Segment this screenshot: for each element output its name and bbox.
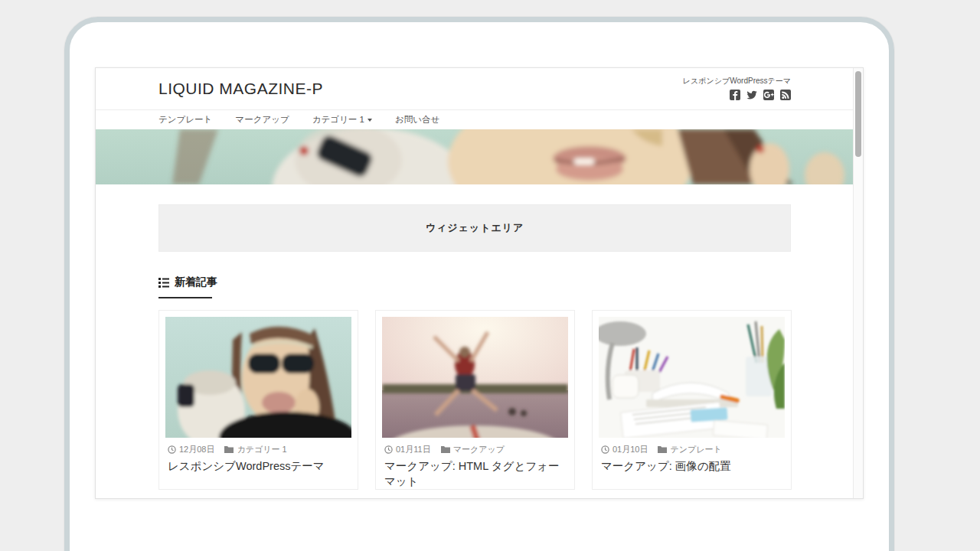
chevron-down-icon xyxy=(368,119,372,122)
nav-label: テンプレート xyxy=(158,114,212,126)
google-plus-icon[interactable] xyxy=(763,90,774,100)
nav-item-contact[interactable]: お問い合せ xyxy=(395,114,439,126)
folder-icon xyxy=(658,445,667,453)
twitter-icon[interactable] xyxy=(746,90,757,100)
clock-icon xyxy=(384,445,393,454)
post-card[interactable]: 01月10日 テンプレート マークアップ: 画像の配置 xyxy=(592,310,792,490)
main-nav: テンプレート マークアップ カテゴリー 1 お問い合せ xyxy=(96,109,853,129)
post-date: 01月10日 xyxy=(601,444,648,455)
post-card-body: 12月08日 カテゴリー 1 レスポンシブWordPressテーマ xyxy=(159,438,358,474)
post-date: 01月11日 xyxy=(384,444,431,455)
nav-label: カテゴリー 1 xyxy=(312,114,364,126)
post-title[interactable]: レスポンシブWordPressテーマ xyxy=(168,458,349,474)
facebook-icon[interactable] xyxy=(730,90,740,100)
post-date-text: 12月08日 xyxy=(179,444,214,455)
post-meta: 12月08日 カテゴリー 1 xyxy=(168,444,349,455)
list-icon xyxy=(158,278,169,288)
post-category[interactable]: テンプレート xyxy=(658,444,721,455)
webpage: LIQUID MAGAZINE-P レスポンシブWordPressテーマ xyxy=(96,68,853,498)
site-header: LIQUID MAGAZINE-P レスポンシブWordPressテーマ xyxy=(96,68,853,109)
widget-area: ウィジェットエリア xyxy=(158,204,791,252)
post-title[interactable]: マークアップ: 画像の配置 xyxy=(601,458,782,474)
header-right: レスポンシブWordPressテーマ xyxy=(683,76,791,100)
nav-item-template[interactable]: テンプレート xyxy=(158,114,212,126)
post-grid: 12月08日 カテゴリー 1 レスポンシブWordPressテーマ xyxy=(158,310,791,490)
section-title: 新着記事 xyxy=(158,276,217,289)
post-date: 12月08日 xyxy=(168,444,214,455)
post-meta: 01月10日 テンプレート xyxy=(601,444,782,455)
post-card[interactable]: 12月08日 カテゴリー 1 レスポンシブWordPressテーマ xyxy=(158,310,358,490)
section-head: 新着記事 xyxy=(158,276,791,298)
widget-area-label: ウィジェットエリア xyxy=(426,221,524,235)
site-tagline: レスポンシブWordPressテーマ xyxy=(683,76,791,86)
post-category-text: テンプレート xyxy=(670,444,721,455)
clock-icon xyxy=(168,445,176,454)
social-icons xyxy=(683,90,791,100)
nav-label: マークアップ xyxy=(235,114,289,126)
post-category[interactable]: カテゴリー 1 xyxy=(224,444,286,455)
section-underline xyxy=(158,297,212,298)
post-category-text: マークアップ xyxy=(453,444,505,455)
website-screenshot: LIQUID MAGAZINE-P レスポンシブWordPressテーマ xyxy=(95,67,864,499)
post-category-text: カテゴリー 1 xyxy=(237,444,286,455)
folder-icon xyxy=(224,445,234,453)
post-card[interactable]: 01月11日 マークアップ マークアップ: HTML タグとフォーマット xyxy=(375,310,575,490)
post-meta: 01月11日 マークアップ xyxy=(384,444,566,455)
site-title[interactable]: LIQUID MAGAZINE-P xyxy=(158,80,323,98)
section-title-text: 新着記事 xyxy=(175,276,217,289)
post-category[interactable]: マークアップ xyxy=(441,444,505,455)
scrollbar-track[interactable] xyxy=(853,68,863,498)
post-thumbnail-jump xyxy=(382,317,568,438)
post-card-body: 01月10日 テンプレート マークアップ: 画像の配置 xyxy=(593,438,791,474)
hero-image xyxy=(96,129,853,184)
post-date-text: 01月10日 xyxy=(612,444,648,455)
post-card-body: 01月11日 マークアップ マークアップ: HTML タグとフォーマット xyxy=(376,438,574,490)
folder-icon xyxy=(441,445,450,453)
rss-icon[interactable] xyxy=(780,90,791,100)
post-title[interactable]: マークアップ: HTML タグとフォーマット xyxy=(384,458,566,490)
post-thumbnail-desk xyxy=(599,317,785,438)
nav-item-markup[interactable]: マークアップ xyxy=(235,114,289,126)
nav-label: お問い合せ xyxy=(395,114,439,126)
scrollbar-thumb[interactable] xyxy=(855,71,861,157)
main-content: ウィジェットエリア 新着記事 xyxy=(96,184,853,499)
nav-item-category1[interactable]: カテゴリー 1 xyxy=(312,114,372,126)
clock-icon xyxy=(601,445,609,454)
post-date-text: 01月11日 xyxy=(396,444,431,455)
post-thumbnail-model xyxy=(165,317,351,438)
